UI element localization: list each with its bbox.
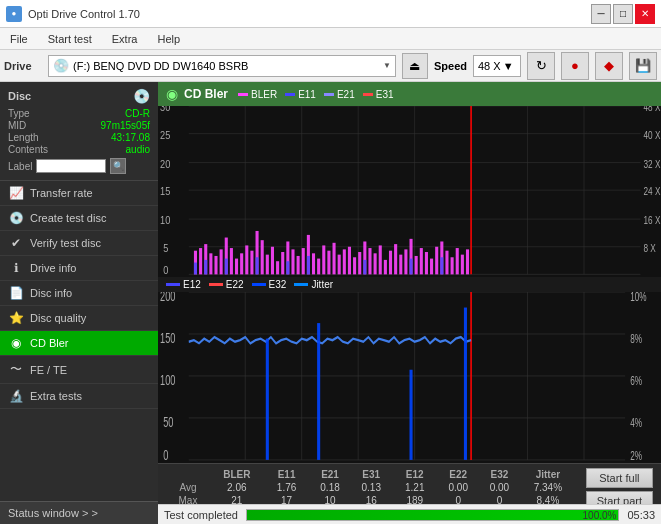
speed-selector[interactable]: 48 X ▼ bbox=[473, 55, 521, 77]
sidebar-item-cd-bler[interactable]: ◉ CD Bler bbox=[0, 331, 158, 356]
menu-help[interactable]: Help bbox=[151, 31, 186, 47]
avg-e32: 0.00 bbox=[479, 481, 520, 494]
drive-label: Drive bbox=[4, 60, 42, 72]
avg-e22: 0.00 bbox=[438, 481, 479, 494]
svg-rect-49 bbox=[302, 248, 305, 274]
svg-rect-56 bbox=[338, 255, 341, 275]
create-test-disc-icon: 💿 bbox=[8, 211, 24, 225]
sidebar-item-disc-info[interactable]: 📄 Disc info bbox=[0, 281, 158, 306]
disc-quality-icon: ⭐ bbox=[8, 311, 24, 325]
sidebar-item-extra-tests[interactable]: 🔬 Extra tests bbox=[0, 384, 158, 409]
extra-tests-label: Extra tests bbox=[30, 390, 82, 402]
svg-text:100: 100 bbox=[160, 372, 176, 389]
cd-bler-label: CD Bler bbox=[30, 337, 69, 349]
sidebar-item-disc-quality[interactable]: ⭐ Disc quality bbox=[0, 306, 158, 331]
svg-rect-43 bbox=[271, 247, 274, 275]
label-input[interactable] bbox=[36, 159, 106, 173]
sidebar-item-transfer-rate[interactable]: 📈 Transfer rate bbox=[0, 181, 158, 206]
svg-rect-62 bbox=[368, 248, 371, 274]
e22-color bbox=[209, 283, 223, 286]
svg-text:48 X: 48 X bbox=[644, 106, 661, 113]
e32-col-header: E32 bbox=[479, 468, 520, 481]
start-full-button[interactable]: Start full bbox=[586, 468, 653, 488]
svg-rect-35 bbox=[230, 248, 233, 274]
svg-text:20: 20 bbox=[160, 157, 170, 170]
svg-text:0: 0 bbox=[163, 263, 168, 276]
drive-selector[interactable]: 💿 (F:) BENQ DVD DD DW1640 BSRB ▼ bbox=[48, 55, 396, 77]
sidebar-item-create-test-disc[interactable]: 💿 Create test disc bbox=[0, 206, 158, 231]
e22-label: E22 bbox=[226, 279, 244, 290]
label-browse-button[interactable]: 🔍 bbox=[110, 158, 126, 174]
bler-color bbox=[238, 93, 248, 96]
refresh-button[interactable]: ↻ bbox=[527, 52, 555, 80]
maximize-button[interactable]: □ bbox=[613, 4, 633, 24]
bler-label: BLER bbox=[251, 89, 277, 100]
svg-rect-38 bbox=[245, 245, 248, 274]
label-key: Label bbox=[8, 161, 32, 172]
svg-rect-53 bbox=[322, 245, 325, 274]
svg-rect-29 bbox=[199, 248, 202, 274]
minimize-button[interactable]: ─ bbox=[591, 4, 611, 24]
sidebar-item-verify-test-disc[interactable]: ✔ Verify test disc bbox=[0, 231, 158, 256]
disc-info-icon: 📄 bbox=[8, 286, 24, 300]
time-display: 05:33 bbox=[627, 509, 655, 521]
svg-rect-33 bbox=[220, 249, 223, 274]
svg-rect-45 bbox=[281, 252, 284, 274]
svg-text:16 X: 16 X bbox=[644, 214, 661, 226]
eject-button[interactable]: ⏏ bbox=[402, 53, 428, 79]
close-button[interactable]: ✕ bbox=[635, 4, 655, 24]
speed-label: Speed bbox=[434, 60, 467, 72]
svg-rect-31 bbox=[209, 253, 212, 274]
extra-tests-icon: 🔬 bbox=[8, 389, 24, 403]
menu-extra[interactable]: Extra bbox=[106, 31, 144, 47]
svg-rect-41 bbox=[261, 240, 264, 274]
svg-rect-64 bbox=[379, 245, 382, 274]
svg-text:10: 10 bbox=[160, 213, 170, 226]
jitter-col-header: Jitter bbox=[520, 468, 576, 481]
top-legend: BLER E11 E21 E31 bbox=[238, 89, 394, 100]
sidebar-item-drive-info[interactable]: ℹ Drive info bbox=[0, 256, 158, 281]
svg-rect-68 bbox=[399, 255, 402, 275]
cd-bler-chart-icon: ◉ bbox=[166, 86, 178, 102]
sidebar-item-fe-te[interactable]: 〜 FE / TE bbox=[0, 356, 158, 384]
speed-value: 48 X bbox=[478, 60, 501, 72]
table-row: Avg 2.06 1.76 0.18 0.13 1.21 0.00 0.00 7… bbox=[166, 481, 576, 494]
options-button[interactable]: ◆ bbox=[595, 52, 623, 80]
transfer-rate-icon: 📈 bbox=[8, 186, 24, 200]
e31-label: E31 bbox=[376, 89, 394, 100]
menu-file[interactable]: File bbox=[4, 31, 34, 47]
status-window-label: Status window > > bbox=[8, 507, 98, 519]
status-window-button[interactable]: Status window > > bbox=[0, 501, 158, 524]
svg-rect-66 bbox=[389, 251, 392, 275]
progress-label: 100.0% bbox=[583, 510, 617, 522]
type-key: Type bbox=[8, 108, 30, 119]
menu-start-test[interactable]: Start test bbox=[42, 31, 98, 47]
svg-text:5: 5 bbox=[163, 241, 168, 254]
legend-jitter: Jitter bbox=[294, 279, 333, 290]
svg-rect-117 bbox=[464, 308, 467, 460]
sidebar: Disc 💿 Type CD-R MID 97m15s05f Length 43… bbox=[0, 82, 158, 524]
e21-label: E21 bbox=[337, 89, 355, 100]
svg-rect-54 bbox=[327, 251, 330, 275]
app-icon-glyph: ● bbox=[12, 9, 17, 18]
save-button[interactable]: 💾 bbox=[629, 52, 657, 80]
svg-rect-87 bbox=[307, 256, 310, 274]
length-value: 43:17.08 bbox=[111, 132, 150, 143]
disc-cd-icon: 💿 bbox=[133, 88, 150, 104]
svg-rect-51 bbox=[312, 253, 315, 274]
legend-e12: E12 bbox=[166, 279, 201, 290]
legend-e31: E31 bbox=[363, 89, 394, 100]
mid-key: MID bbox=[8, 120, 26, 131]
e31-col-header: E31 bbox=[351, 468, 392, 481]
bottom-chart-area: 200 150 100 50 0 10% 8% 6% 4% 2% bbox=[158, 292, 661, 463]
drive-cd-icon: 💿 bbox=[53, 58, 69, 73]
svg-rect-116 bbox=[410, 370, 413, 460]
svg-text:15: 15 bbox=[160, 184, 170, 197]
svg-rect-84 bbox=[225, 259, 228, 275]
legend-e22: E22 bbox=[209, 279, 244, 290]
record-button[interactable]: ● bbox=[561, 52, 589, 80]
drive-text: (F:) BENQ DVD DD DW1640 BSRB bbox=[73, 60, 379, 72]
svg-rect-77 bbox=[445, 251, 448, 275]
chart-title: CD Bler bbox=[184, 87, 228, 101]
cd-bler-icon: ◉ bbox=[8, 336, 24, 350]
